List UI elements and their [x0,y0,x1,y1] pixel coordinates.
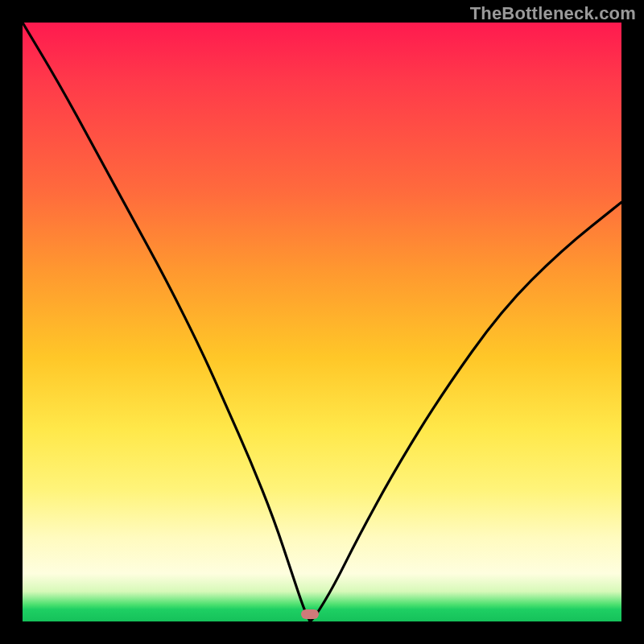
watermark-text: TheBottleneck.com [470,3,636,24]
plot-area [23,23,621,621]
curve-right-branch [310,202,621,621]
bottleneck-curve [23,23,621,621]
curve-left-branch [23,23,310,621]
minimum-marker [301,609,319,619]
chart-frame: TheBottleneck.com [0,0,644,644]
